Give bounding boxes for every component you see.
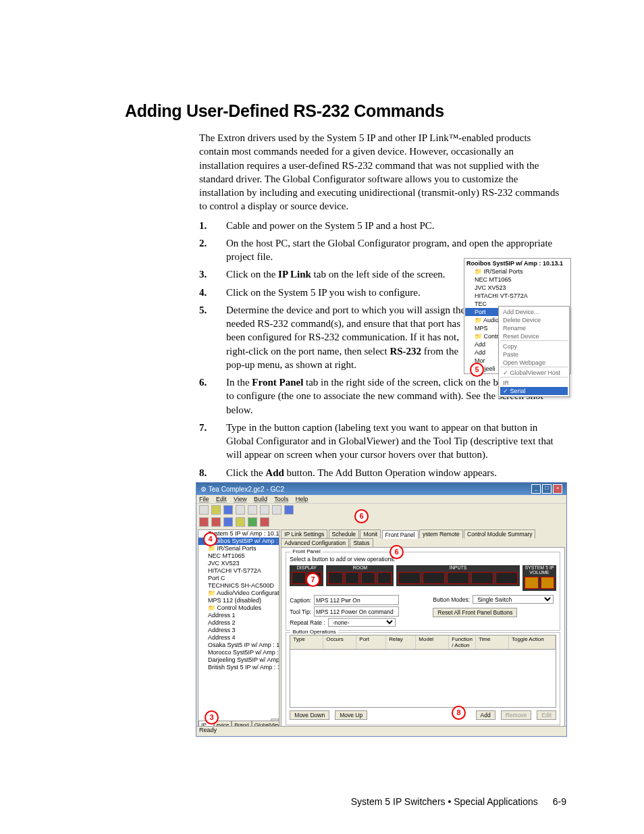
menu-globalviewer-host[interactable]: ✓ GlobalViewer Host — [500, 369, 568, 377]
maximize-button[interactable]: □ — [542, 484, 552, 494]
step-body: Click on the IP Link tab on the left sid… — [226, 267, 467, 281]
close-button[interactable]: × — [553, 484, 562, 494]
step-num: 8. — [199, 466, 226, 479]
menu-delete-device[interactable]: Delete Device — [500, 316, 568, 324]
tab-control-module-summary[interactable]: Control Module Summary — [464, 529, 535, 538]
tree-folder[interactable]: 📁 Control Modules — [198, 604, 279, 612]
tree-item[interactable]: MPS 112 (disabled) — [198, 597, 279, 604]
tree-device[interactable]: TECHNICS SH-AC500D — [198, 582, 279, 590]
right-tabs: IP Link Settings Schedule Monit Front Pa… — [281, 529, 565, 547]
menu-help[interactable]: Help — [296, 496, 308, 502]
toolbar-icon[interactable] — [284, 505, 294, 515]
toolbar-icon[interactable] — [199, 517, 209, 527]
menu-reset-device[interactable]: Reset Device — [500, 332, 568, 340]
step-num: 5. — [199, 303, 226, 371]
minimize-button[interactable]: _ — [531, 484, 541, 494]
toolbar-icon[interactable] — [260, 517, 269, 527]
menu-bar: File Edit View Build Tools Help — [196, 495, 566, 504]
menu-ir[interactable]: IR — [500, 379, 568, 387]
tab-front-panel[interactable]: Front Panel — [382, 530, 419, 539]
tree-item[interactable]: Osaka Syst5 IP w/ Amp : 10.13.199.222 — [198, 642, 279, 649]
panel-btn[interactable] — [447, 572, 469, 584]
toolbar-1 — [196, 504, 566, 516]
move-down-button[interactable]: Move Down — [290, 710, 329, 720]
tab-schedule[interactable]: Schedule — [329, 529, 359, 538]
tab-system-remote[interactable]: ystem Remote — [419, 529, 463, 538]
toolbar-icon[interactable] — [248, 517, 257, 527]
tree-address[interactable]: Address 1 — [198, 612, 279, 619]
left-tree: System 5 IP w/ Amp : 10.13.199.23 Rooibo… — [198, 529, 279, 736]
panel-btn[interactable] — [471, 572, 493, 584]
add-button[interactable]: Add — [476, 710, 495, 720]
tree-address[interactable]: Address 3 — [198, 627, 279, 634]
panel-btn[interactable] — [361, 572, 375, 584]
tree-address[interactable]: Address 2 — [198, 619, 279, 627]
repeat-rate-select[interactable]: -none- — [328, 618, 396, 627]
tree-item[interactable]: British Syst 5 IP w/ Amp : 10.13.199.221 — [198, 664, 279, 671]
menu-build[interactable]: Build — [254, 496, 267, 502]
toolbar-icon[interactable] — [272, 505, 281, 515]
tooltip-input[interactable] — [314, 606, 399, 617]
toolbar-icon[interactable] — [236, 505, 245, 515]
toolbar-icon[interactable] — [236, 517, 245, 527]
menu-view[interactable]: View — [234, 496, 246, 502]
callout-6a: 6 — [354, 509, 369, 523]
panel-btn[interactable] — [495, 572, 518, 584]
tree-folder[interactable]: 📁 Audio/Video Configuration — [198, 590, 279, 597]
panel-btn[interactable] — [328, 572, 342, 584]
menu-open-webpage[interactable]: Open Webpage — [500, 359, 568, 367]
vol-up-button[interactable] — [525, 577, 539, 589]
move-up-button[interactable]: Move Up — [335, 710, 367, 720]
tree-device[interactable]: HITACHI VT-S772A — [198, 567, 279, 575]
instruction-text: Select a button to add or view operation… — [290, 556, 556, 563]
tree-item[interactable]: Morocco Syst5IP w/ Amp : 10.13.199.22 — [198, 649, 279, 656]
intro-paragraph: The Extron drivers used by the System 5 … — [199, 131, 561, 213]
reset-all-button[interactable]: Reset All Front Panel Buttons — [433, 608, 517, 617]
page-title: Adding User-Defined RS-232 Commands — [125, 101, 566, 121]
tab-advanced-configuration[interactable]: Advanced Configuration — [281, 538, 349, 547]
window-title: Tea Complex2.gc2 - GC2 — [209, 486, 284, 493]
device-item[interactable]: NEC MT1065 — [465, 276, 570, 284]
tab-status[interactable]: Status — [350, 538, 373, 547]
toolbar-icon[interactable] — [211, 517, 221, 527]
device-item[interactable]: JVC XV523 — [465, 284, 570, 292]
menu-paste[interactable]: Paste — [500, 350, 568, 359]
menu-serial[interactable]: ✓ Serial — [500, 387, 568, 395]
toolbar-icon[interactable] — [223, 505, 233, 515]
tree-item[interactable]: Darjeeling Syst5IP w/ Amp : 10.13.199.2 — [198, 656, 279, 664]
toolbar-icon[interactable] — [211, 505, 221, 515]
menu-tools[interactable]: Tools — [274, 496, 288, 502]
panel-btn[interactable] — [377, 572, 392, 584]
menu-rename[interactable]: Rename — [500, 324, 568, 332]
remove-button[interactable]: Remove — [501, 710, 532, 720]
step-num: 4. — [199, 286, 226, 299]
caption-input[interactable] — [314, 595, 399, 605]
button-modes-select[interactable]: Single Switch — [473, 595, 554, 604]
page-footer: System 5 IP Switchers • Special Applicat… — [351, 796, 566, 807]
toolbar-icon[interactable] — [248, 505, 257, 515]
tab-ip-link-settings[interactable]: IP Link Settings — [281, 529, 327, 538]
tab-monitor[interactable]: Monit — [360, 529, 381, 538]
edit-button[interactable]: Edit — [537, 710, 556, 720]
tree-address[interactable]: Address 4 — [198, 634, 279, 642]
tree-device[interactable]: JVC XV523 — [198, 560, 279, 567]
folder-ir-serial[interactable]: 📁 IR/Serial Ports — [465, 267, 570, 276]
menu-file[interactable]: File — [199, 496, 209, 502]
vol-down-button[interactable] — [541, 577, 555, 589]
step-body: Click the Add button. The Add Button Ope… — [226, 466, 566, 479]
panel-btn[interactable] — [423, 572, 445, 584]
panel-btn[interactable] — [345, 572, 359, 584]
toolbar-icon[interactable] — [223, 517, 233, 527]
callout-4: 4 — [203, 532, 217, 546]
device-item[interactable]: HITACHI VT-S772A — [465, 292, 570, 300]
menu-copy[interactable]: Copy — [500, 342, 568, 350]
operations-table-header: Type Occurs Port Relay Model Function / … — [290, 635, 556, 650]
toolbar-icon[interactable] — [199, 505, 209, 515]
tree-device[interactable]: Port C — [198, 575, 279, 582]
panel-btn-on[interactable] — [292, 572, 306, 584]
menu-add-device[interactable]: Add Device... — [500, 308, 568, 316]
panel-btn[interactable] — [398, 572, 421, 584]
tree-device[interactable]: NEC MT1065 — [198, 552, 279, 560]
toolbar-icon[interactable] — [260, 505, 269, 515]
menu-edit[interactable]: Edit — [216, 496, 227, 502]
